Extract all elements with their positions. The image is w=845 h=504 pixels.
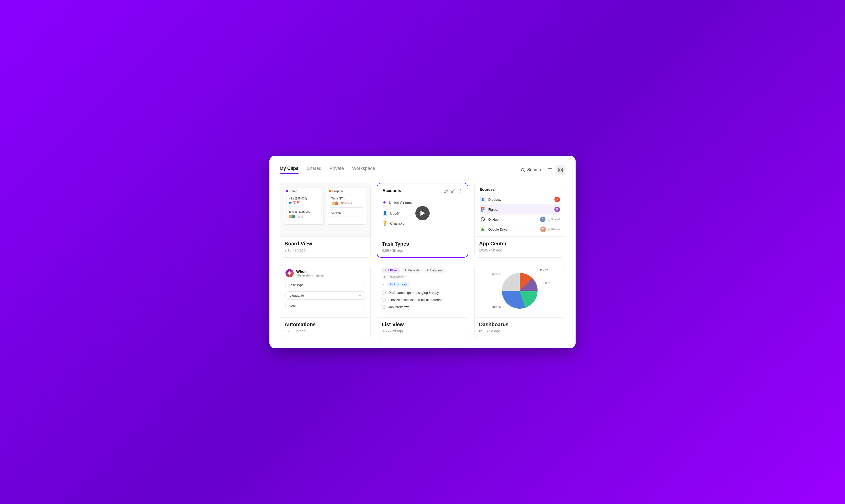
dropbox-logo (480, 196, 486, 202)
board-card-toyota-title: Toyota ($185,000) (289, 210, 319, 213)
auto-logo (286, 269, 294, 277)
svg-point-16 (483, 209, 485, 211)
play-button[interactable] (415, 206, 430, 220)
tab-shared[interactable]: Shared (307, 166, 322, 174)
pie-chart (499, 270, 540, 311)
app-container: My Clips Shared Private Workspace Search (269, 156, 576, 348)
search-icon (520, 167, 525, 172)
auto-field-equal: is equal to (286, 291, 365, 300)
svg-rect-5 (559, 168, 560, 169)
header: My Clips Shared Private Workspace Search (280, 165, 565, 175)
tabs: My Clips Shared Private Workspace (280, 166, 375, 174)
svg-marker-24 (288, 271, 291, 275)
card-preview-app: Sources Dropbox A (474, 183, 565, 237)
card-title-dash: Dashboards (479, 322, 560, 327)
source-row-dropbox: Dropbox A (480, 195, 560, 204)
task-item-buyer: 👤 Buyer (382, 208, 462, 218)
filter-chip-showclosed: Show closed (382, 275, 406, 279)
pie-label-jan12: JAN 12 (492, 273, 500, 276)
filter-chip-count: 4 Filters (382, 268, 400, 273)
card-meta-app: 10:45 • 5h ago (479, 248, 560, 252)
card-board-view[interactable]: Demo Nike ($35,000) 👥 📅 🚩 Toyota ($185, (280, 183, 371, 258)
board-card-nike: Nike ($35,000) 👥 📅 🚩 (286, 195, 322, 206)
card-preview-auto: When These steps happen Task Type is equ… (280, 264, 371, 318)
filter-chip-memode: Me mode (402, 268, 422, 273)
svg-point-11 (460, 189, 461, 190)
board-col-proposal: Proposal Tesla ($7... 📅 3 Cont... (327, 187, 366, 225)
card-dashboards[interactable]: JAN 17 FEB 25 JAN 12 MAY 36 Dashboards 6… (474, 264, 565, 338)
expand-icon (451, 188, 455, 193)
auto-sub-label: These steps happen (296, 274, 324, 277)
list-icon (547, 167, 552, 173)
list-view-button[interactable] (545, 165, 555, 175)
card-title-task: Task Types (382, 241, 463, 247)
auto-field-task-type-label: Task Type (289, 283, 304, 287)
svg-rect-6 (561, 168, 562, 169)
card-automations[interactable]: When These steps happen Task Type is equ… (280, 264, 371, 338)
card-meta-board: 2:18 • 1h ago (285, 248, 366, 252)
tab-my-clips[interactable]: My Clips (280, 166, 299, 174)
list-filters: 4 Filters Me mode Assignees Show cl (382, 268, 463, 279)
card-title-list: List View (382, 322, 463, 327)
card-meta-dash: 6:11 • 3d ago (479, 329, 560, 333)
task-circle-1 (382, 290, 386, 294)
pie-label-may36: MAY 36 (492, 306, 501, 309)
github-tag: Shared (547, 218, 560, 221)
list-task-1: Draft campaign messaging & copy (382, 289, 463, 296)
svg-rect-8 (561, 170, 562, 172)
svg-line-9 (453, 189, 455, 190)
pie-label-feb25: FEB 25 (536, 282, 550, 285)
card-list-view[interactable]: 4 Filters Me mode Assignees Show cl (377, 264, 468, 338)
source-name-github: GitHub (488, 218, 540, 221)
filter-chip-assignees: Assignees (424, 268, 445, 273)
in-progress-badge: In Progress (387, 282, 410, 287)
card-app-center[interactable]: Sources Dropbox A (474, 183, 565, 258)
card-title-board: Board View (285, 241, 366, 247)
card-meta-auto: 5:23 • 9h ago (285, 329, 366, 333)
board-col-demo: Demo Nike ($35,000) 👥 📅 🚩 Toyota ($185, (284, 187, 324, 225)
view-toggle (545, 165, 565, 175)
svg-line-10 (451, 191, 453, 193)
figma-avatar: B (554, 206, 560, 212)
card-info-auto: Automations 5:23 • 9h ago (280, 318, 371, 338)
list-task-3-label: Job interviews (388, 305, 409, 309)
task-champion-label: Champion (390, 221, 407, 226)
dropbox-avatar: A (554, 197, 560, 202)
card-info-app: App Center 10:45 • 5h ago (474, 237, 565, 257)
slack-logo (480, 236, 486, 237)
github-avatar: C (540, 217, 545, 222)
tab-workspace[interactable]: Workspace (352, 166, 375, 174)
board-card-toyota: Toyota ($185,000) Apr 24 (286, 208, 322, 221)
more-icon (458, 188, 463, 193)
svg-rect-23 (548, 229, 550, 231)
auto-field-task-type: Task Type (286, 281, 365, 289)
board-card-verizon: Verizon (... (329, 209, 364, 217)
list-task-2: Finalize asset list and bill of material… (382, 296, 463, 303)
list-task-2-label: Finalize asset list and bill of material… (388, 298, 443, 302)
task-item-label: United Airlines (389, 200, 412, 204)
list-task-1-label: Draft campaign messaging & copy (388, 291, 439, 294)
source-name-gdrive: Google Drive (488, 228, 540, 231)
grid-view-button[interactable] (556, 165, 565, 175)
board-col-demo-label: Demo (290, 190, 298, 193)
svg-rect-7 (559, 170, 560, 172)
card-task-types[interactable]: Accounts (377, 183, 468, 258)
board-col-proposal-label: Proposal (332, 190, 344, 193)
clips-grid: Demo Nike ($35,000) 👥 📅 🚩 Toyota ($185, (280, 183, 565, 338)
svg-point-12 (460, 191, 461, 191)
svg-rect-18 (481, 211, 483, 212)
card-title-app: App Center (479, 241, 560, 247)
search-button[interactable]: Search (520, 167, 541, 173)
board-card-tesla: Tesla ($7... 📅 3 Cont... (329, 195, 364, 208)
github-logo (480, 216, 486, 222)
card-meta-list: 3:55 • 2d ago (382, 329, 463, 333)
in-progress-section: In Progress (382, 282, 463, 287)
card-info-task: Task Types 4:06 • 3h ago (377, 237, 467, 257)
board-card-verizon-title: Verizon (... (331, 212, 362, 215)
tab-private[interactable]: Private (330, 166, 344, 174)
task-circle-3 (382, 305, 386, 309)
card-preview-list: 4 Filters Me mode Assignees Show cl (377, 264, 468, 318)
link-icon (444, 188, 448, 193)
svg-point-28 (405, 270, 406, 270)
source-row-gdrive: Google Drive D Private (480, 224, 560, 234)
